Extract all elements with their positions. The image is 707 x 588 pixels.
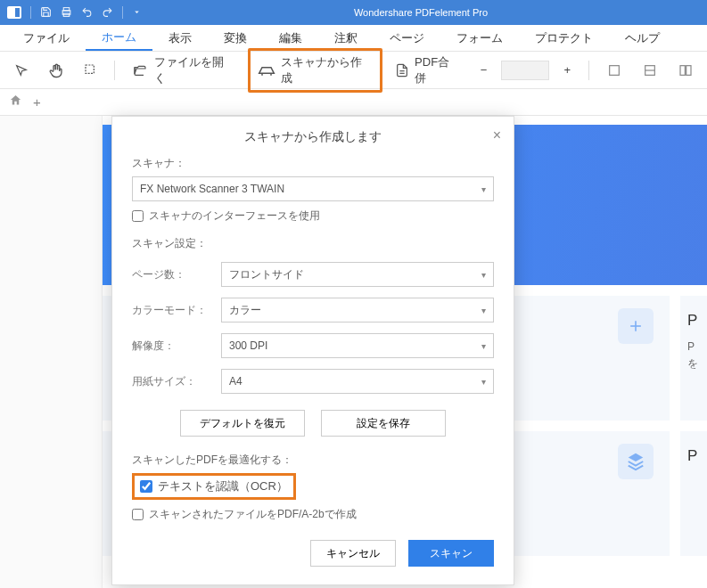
- toolbar-right: − +: [473, 60, 700, 81]
- zoom-out-button[interactable]: −: [473, 60, 495, 80]
- menu-form[interactable]: フォーム: [440, 27, 519, 50]
- open-file-button[interactable]: ファイルを開く: [124, 51, 243, 90]
- chevron-down-icon: ▾: [481, 377, 486, 387]
- scanner-label: スキャナ：: [132, 156, 494, 171]
- svg-rect-10: [680, 65, 685, 75]
- close-button[interactable]: ×: [493, 127, 501, 143]
- chevron-down-icon: ▾: [481, 270, 486, 280]
- svg-rect-2: [86, 65, 94, 73]
- folder-open-icon: [131, 63, 149, 78]
- pdf-merge-label: PDF合併: [415, 54, 461, 86]
- scanner-dialog: × スキャナから作成します スキャナ： FX Network Scanner 3…: [111, 116, 514, 585]
- menu-file[interactable]: ファイル: [7, 27, 86, 50]
- zoom-in-button[interactable]: +: [556, 60, 578, 80]
- menu-edit[interactable]: 編集: [263, 27, 318, 50]
- separator: [114, 61, 115, 80]
- use-interface-checkbox[interactable]: スキャナのインターフェースを使用: [132, 208, 494, 224]
- toolbar: ファイルを開く スキャナから作成 PDF合併 − +: [0, 52, 707, 89]
- cursor-tool-icon[interactable]: [7, 60, 36, 81]
- scanner-value: FX Network Scanner 3 TWAIN: [140, 183, 284, 195]
- color-label: カラーモード：: [132, 303, 221, 318]
- resolution-label: 解像度：: [132, 339, 221, 354]
- cancel-button[interactable]: キャンセル: [310, 540, 396, 567]
- print-icon[interactable]: [61, 6, 72, 20]
- layers-icon: [618, 444, 654, 479]
- pages-select[interactable]: フロントサイド▾: [221, 262, 494, 287]
- paper-label: 用紙サイズ：: [132, 374, 221, 389]
- paper-select[interactable]: A4▾: [221, 369, 494, 394]
- open-file-label: ファイルを開く: [154, 54, 235, 86]
- app-logo-icon: [7, 6, 21, 19]
- card-right[interactable]: P: [680, 431, 707, 556]
- pdfa-checkbox-row[interactable]: スキャンされたファイルをPDF/A-2bで作成: [132, 507, 494, 522]
- titlebar: Wondershare PDFelement Pro: [0, 0, 707, 25]
- ocr-checkbox-highlight: テキストを認識（OCR）: [132, 473, 296, 500]
- view-mode-icon[interactable]: [671, 60, 700, 81]
- tabbar: +: [0, 89, 707, 116]
- save-settings-button[interactable]: 設定を保存: [321, 410, 446, 437]
- dialog-title: スキャナから作成します: [132, 129, 494, 145]
- scan-settings-label: スキャン設定：: [132, 236, 494, 251]
- redo-icon[interactable]: [102, 6, 113, 20]
- ocr-checkbox[interactable]: [140, 480, 152, 493]
- chevron-down-icon: ▾: [481, 306, 486, 315]
- new-tab-button[interactable]: +: [33, 94, 41, 110]
- zoom-select[interactable]: [501, 61, 549, 80]
- window-title: Wondershare PDFelement Pro: [142, 7, 700, 18]
- card-desc: Pを: [687, 339, 700, 372]
- scan-button[interactable]: スキャン: [408, 540, 494, 567]
- scanner-icon: [258, 64, 275, 77]
- chevron-down-icon: ▾: [481, 184, 486, 194]
- menu-home[interactable]: ホーム: [86, 26, 152, 51]
- pdf-merge-button[interactable]: PDF合併: [388, 51, 468, 90]
- create-from-scanner-button[interactable]: スキャナから作成: [248, 48, 383, 93]
- from-scanner-label: スキャナから作成: [281, 54, 374, 86]
- document-icon: [395, 62, 409, 78]
- undo-icon[interactable]: [81, 6, 93, 20]
- menu-page[interactable]: ページ: [374, 27, 440, 50]
- color-select[interactable]: カラー▾: [221, 298, 494, 323]
- scanner-select[interactable]: FX Network Scanner 3 TWAIN ▾: [132, 176, 494, 201]
- pdfa-label: スキャンされたファイルをPDF/A-2bで作成: [149, 507, 357, 522]
- chevron-down-icon: ▾: [481, 341, 486, 351]
- pdfa-checkbox[interactable]: [132, 509, 144, 520]
- save-icon[interactable]: [40, 6, 52, 20]
- separator: [122, 6, 123, 19]
- select-tool-icon[interactable]: [77, 60, 105, 81]
- optimize-label: スキャンしたPDFを最適化する：: [132, 453, 494, 468]
- svg-rect-11: [686, 65, 691, 75]
- card-title: P: [687, 312, 700, 330]
- menu-annotate[interactable]: 注釈: [318, 27, 374, 50]
- use-interface-input[interactable]: [132, 210, 144, 222]
- restore-defaults-button[interactable]: デフォルトを復元: [180, 410, 305, 437]
- pages-label: ページ数：: [132, 267, 221, 282]
- menu-convert[interactable]: 変換: [208, 27, 263, 50]
- plus-icon: [618, 308, 654, 344]
- menu-help[interactable]: ヘルプ: [609, 27, 676, 50]
- card-convert-pdf[interactable]: P Pを: [680, 296, 707, 421]
- ocr-label: テキストを認識（OCR）: [158, 478, 288, 494]
- use-interface-label: スキャナのインターフェースを使用: [149, 208, 320, 224]
- svg-rect-7: [610, 65, 620, 75]
- menu-view[interactable]: 表示: [152, 27, 208, 50]
- resolution-select[interactable]: 300 DPI▾: [221, 333, 494, 358]
- hand-tool-icon[interactable]: [41, 59, 71, 82]
- fit-width-icon[interactable]: [600, 60, 629, 81]
- dropdown-icon[interactable]: [132, 7, 142, 19]
- fit-page-icon[interactable]: [636, 60, 664, 81]
- menu-protect[interactable]: プロテクト: [519, 27, 609, 50]
- separator: [588, 61, 589, 80]
- separator: [30, 6, 31, 19]
- sidebar: [0, 116, 103, 588]
- titlebar-quick-actions: [7, 6, 142, 20]
- card-title: P: [687, 447, 700, 465]
- home-tab-icon[interactable]: [9, 94, 22, 110]
